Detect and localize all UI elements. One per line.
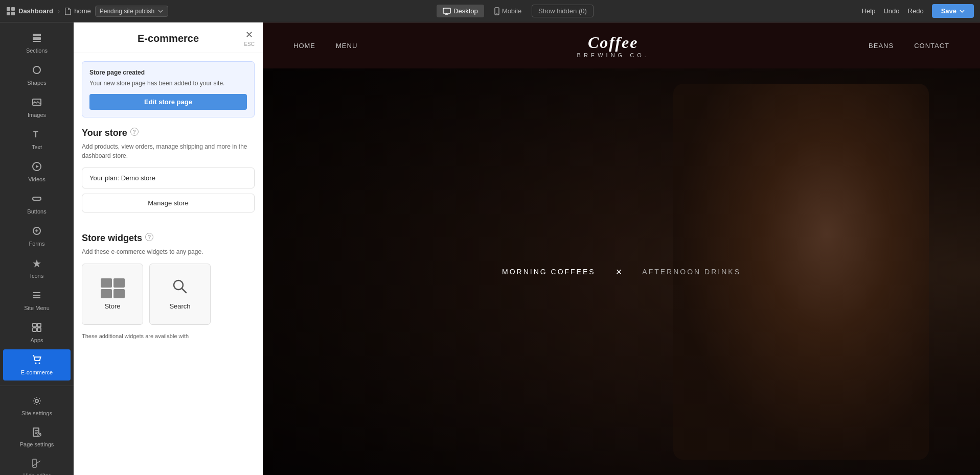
shapes-label: Shapes [27,80,46,86]
svg-point-6 [496,13,497,14]
nav-links-right: BEANS CONTACT [869,42,949,50]
your-store-help-icon[interactable]: ? [130,128,139,136]
sidebar-item-sitemenu[interactable]: Site Menu [3,285,71,316]
page-icon [64,8,71,15]
store-widgets-help-icon[interactable]: ? [145,233,153,241]
widgets-help-label: ? [148,234,151,240]
search-widget-label: Search [169,302,190,310]
hero-tabs: MORNING COFFEES × AFTERNOON DRINKS [502,266,741,278]
page-settings-icon [32,428,41,439]
buttons-icon [32,194,42,206]
panel-header: E-commerce ✕ ESC [74,22,263,53]
edit-store-page-button[interactable]: Edit store page [89,94,247,110]
undo-button[interactable]: Undo [883,7,899,15]
apps-label: Apps [30,337,43,343]
sections-icon [32,33,42,45]
widgets-grid: Store Search [82,264,255,325]
nav-link-home: HOME [293,42,315,50]
main-content: Sections Shapes Images T Text [0,22,980,475]
sidebar-item-ecommerce[interactable]: E-commerce [3,349,71,381]
topbar-separator: › [57,7,60,16]
store-widget-label: Store [104,302,120,310]
images-label: Images [28,112,46,118]
ecommerce-label: E-commerce [21,369,53,375]
icons-label: Icons [30,273,43,279]
svg-rect-4 [443,8,450,13]
close-x-icon: ✕ [245,29,253,40]
mobile-icon [494,7,499,15]
sidebar-item-forms[interactable]: Forms [3,221,71,252]
show-hidden-button[interactable]: Show hidden (0) [532,5,594,17]
sections-label: Sections [26,48,48,54]
store-widgets-title-text: Store widgets [82,233,142,244]
sidebar-item-hide-editor[interactable]: Hide editor [3,454,71,475]
apps-icon [32,322,42,335]
svg-rect-18 [37,323,41,327]
svg-text:T: T [33,130,38,139]
topbar: Dashboard › home Pending site publish De… [0,0,980,22]
svg-rect-20 [37,328,41,331]
preview-inner: HOME MENU Coffee BREWING CO. BEANS CONTA… [263,22,980,475]
redo-button[interactable]: Redo [908,7,924,15]
nav-link-contact: CONTACT [914,42,949,50]
site-settings-label: Site settings [21,410,52,416]
show-hidden-label: Show hidden (0) [538,7,587,15]
images-icon [32,97,42,110]
topbar-left: Dashboard › home Pending site publish [6,6,168,17]
svg-rect-9 [33,41,41,42]
text-icon: T [32,129,42,142]
store-widgets-description: Add these e-commerce widgets to any page… [82,247,255,256]
sidebar-item-icons[interactable]: Icons [3,253,71,284]
svg-rect-1 [11,7,15,11]
widget-store-card[interactable]: Store [82,264,143,325]
hero-tab-afternoon: AFTERNOON DRINKS [642,268,741,276]
sidebar-item-apps[interactable]: Apps [3,317,71,348]
dashboard-link[interactable]: Dashboard [6,7,53,16]
desktop-view-button[interactable]: Desktop [437,5,484,17]
panel-close-button[interactable]: ✕ ESC [244,29,255,46]
website-hero: MORNING COFFEES × AFTERNOON DRINKS [263,68,980,475]
sitemenu-label: Site Menu [24,305,50,311]
page-settings-label: Page settings [20,441,54,447]
mobile-view-button[interactable]: Mobile [488,5,528,17]
sidebar-item-page-settings[interactable]: Page settings [3,422,71,453]
svg-rect-15 [33,197,41,200]
plan-info-box: Your plan: Demo store [82,168,255,188]
panel-body: Store page created Your new store page h… [74,53,263,355]
svg-rect-3 [11,12,15,15]
pending-label: Pending site publish [100,8,154,15]
sidebar: Sections Shapes Images T Text [0,22,74,475]
dashboard-label: Dashboard [18,7,53,15]
text-label: Text [32,144,42,150]
chevron-down-icon [157,8,164,14]
help-button[interactable]: Help [862,7,876,15]
nav-links-left: HOME MENU [293,42,357,50]
widget-search-card[interactable]: Search [149,264,211,325]
svg-point-21 [35,363,37,364]
sidebar-item-buttons[interactable]: Buttons [3,188,71,220]
sidebar-item-shapes[interactable]: Shapes [3,60,71,91]
sitemenu-icon [32,290,42,303]
svg-rect-2 [7,12,10,15]
page-link[interactable]: home [64,7,91,15]
page-name-label: home [74,7,91,15]
sidebar-item-sections[interactable]: Sections [3,28,71,59]
pending-publish-badge[interactable]: Pending site publish [95,6,168,17]
manage-store-button[interactable]: Manage store [82,194,255,212]
ecommerce-panel: E-commerce ✕ ESC Store page created Your… [74,22,263,475]
sidebar-item-site-settings[interactable]: Site settings [3,391,71,421]
videos-label: Videos [28,176,45,182]
store-widgets-section: Store widgets ? Add these e-commerce wid… [82,233,255,341]
save-chevron-icon [960,9,965,13]
your-store-title: Your store ? [82,128,255,139]
hero-tab-morning: MORNING COFFEES [502,268,596,276]
svg-rect-8 [33,37,41,40]
site-settings-icon [32,396,41,408]
save-label: Save [941,7,956,15]
sidebar-item-text[interactable]: T Text [3,124,71,155]
save-button[interactable]: Save [932,4,974,18]
sidebar-item-videos[interactable]: Videos [3,156,71,187]
forms-icon [32,226,42,239]
sidebar-item-images[interactable]: Images [3,92,71,123]
topbar-center: Desktop Mobile Show hidden (0) [172,5,858,17]
